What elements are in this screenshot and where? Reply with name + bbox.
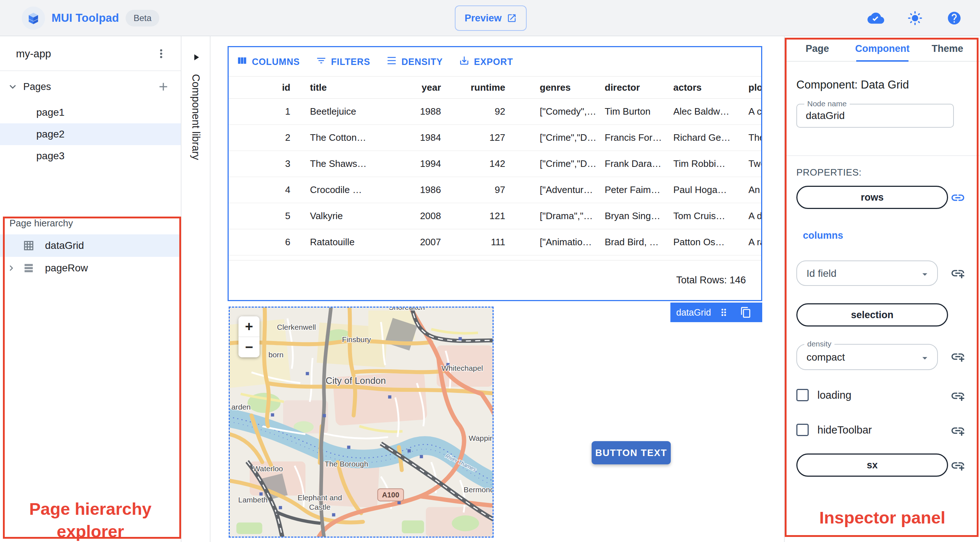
external-link-icon [507, 13, 517, 23]
hide-toolbar-label: hideToolbar [818, 424, 872, 436]
id-field-select[interactable]: Id field [796, 261, 938, 286]
sidebar-item-page1[interactable]: page1 [0, 102, 181, 123]
preview-button[interactable]: Preview [455, 5, 527, 31]
table-row[interactable]: 5Valkyrie2008121["Drama","…Bryan Sing…To… [229, 203, 761, 229]
map-label: Finsbury [342, 335, 371, 343]
expand-right-icon[interactable] [191, 52, 201, 62]
id-field-add-binding-icon[interactable] [950, 265, 966, 281]
page-canvas[interactable]: COLUMNSFILTERSDENSITYEXPORT idtitleyearr… [210, 36, 784, 542]
sx-property-button[interactable]: sx [796, 453, 948, 477]
page-hierarchy-list: dataGridpageRow [0, 234, 181, 279]
column-header-director[interactable]: director [605, 82, 673, 93]
tab-component[interactable]: Component [850, 36, 915, 61]
table-cell: Paul Hoga… [673, 184, 748, 196]
toolpad-logo-icon [22, 6, 45, 30]
chevron-right-icon[interactable] [6, 262, 22, 275]
add-page-icon[interactable] [157, 80, 170, 93]
table-row[interactable]: 1Beetlejuice198892["Comedy",…Tim BurtonA… [229, 99, 761, 125]
loading-checkbox[interactable] [796, 389, 809, 401]
hide-toolbar-checkbox-row[interactable]: hideToolbar [796, 424, 872, 436]
node-name-field[interactable]: Node name dataGrid [796, 104, 954, 128]
component-library-rail[interactable]: Component library [181, 36, 210, 542]
hierarchy-item-pageRow[interactable]: pageRow [0, 257, 181, 279]
cloud-sync-icon[interactable] [867, 10, 884, 27]
node-name-label: Node name [804, 99, 850, 108]
table-cell: ["Crime","D… [505, 158, 605, 169]
tab-page[interactable]: Page [785, 36, 850, 61]
table-cell: 1986 [419, 184, 441, 196]
road-badge: A100 [378, 489, 404, 501]
pages-list: page1page2page3 [0, 102, 181, 167]
loading-checkbox-row[interactable]: loading [796, 389, 851, 401]
table-cell: Richard Ge… [673, 132, 748, 143]
table-row[interactable]: 3The Shaws…1994142["Crime","D…Frank Dara… [229, 151, 761, 177]
column-header-genres[interactable]: genres [505, 82, 605, 93]
hide-toolbar-checkbox[interactable] [796, 424, 809, 436]
table-cell: Ratatouille [294, 237, 419, 248]
table-cell: Bryan Sing… [605, 210, 673, 222]
map-component[interactable]: A100 ShoreditchClerkenwellFinsburybornWh… [229, 307, 494, 538]
toolbar-export-button[interactable]: EXPORT [459, 55, 513, 68]
density-select[interactable]: density compact [796, 344, 938, 370]
sidebar-item-page3[interactable]: page3 [0, 145, 181, 167]
grid-icon [22, 240, 35, 252]
column-header-runtime[interactable]: runtime [441, 82, 505, 93]
table-cell: 1988 [419, 106, 441, 117]
map-label: arden [231, 403, 250, 411]
hierarchy-item-label: dataGrid [45, 240, 84, 251]
selection-property-button[interactable]: selection [796, 303, 948, 326]
theme-light-mode-icon[interactable] [907, 10, 923, 27]
table-cell: 1984 [419, 132, 441, 143]
map-zoom-control: + − [239, 316, 259, 358]
table-cell: A co [748, 106, 761, 117]
sidebar-item-page2[interactable]: page2 [0, 123, 181, 145]
column-header-id[interactable]: id [229, 82, 294, 93]
rows-icon [22, 262, 35, 274]
rows-binding-link-icon[interactable] [950, 190, 966, 206]
inspector-tabs: PageComponentTheme [785, 36, 980, 62]
density-add-binding-icon[interactable] [950, 349, 966, 365]
column-header-title[interactable]: title [294, 82, 419, 93]
density-value: compact [807, 351, 845, 363]
toolbar-filters-button[interactable]: FILTERS [316, 55, 370, 68]
drag-handle-icon[interactable] [718, 307, 729, 318]
canvas-button-component[interactable]: BUTTON TEXT [592, 441, 671, 464]
help-icon[interactable] [946, 10, 963, 27]
map-zoom-in-button[interactable]: + [239, 316, 259, 337]
column-header-year[interactable]: year [419, 82, 441, 93]
table-row[interactable]: 6Ratatouille2007111["Animatio…Brad Bird,… [229, 229, 761, 255]
hierarchy-item-dataGrid[interactable]: dataGrid [0, 234, 181, 257]
datagrid-component[interactable]: COLUMNSFILTERSDENSITYEXPORT idtitleyearr… [228, 46, 762, 301]
loading-add-binding-icon[interactable] [950, 388, 966, 404]
datagrid-scroll-gap [229, 255, 761, 261]
table-row[interactable]: 4Crocodile …198697["Adventur…Peter Faim…… [229, 177, 761, 203]
rows-property-button[interactable]: rows [796, 186, 948, 209]
map-label: City of London [326, 375, 386, 386]
duplicate-icon[interactable] [740, 307, 752, 318]
sx-add-binding-icon[interactable] [950, 458, 966, 474]
hide-toolbar-add-binding-icon[interactable] [950, 423, 966, 439]
selection-tag[interactable]: dataGrid [670, 302, 762, 322]
hierarchy-item-label: pageRow [45, 262, 88, 274]
table-row[interactable]: 2The Cotton…1984127["Crime","D…Francis F… [229, 125, 761, 151]
toolbar-density-button[interactable]: DENSITY [386, 55, 443, 68]
toolbar-columns-button[interactable]: COLUMNS [237, 55, 300, 68]
tab-theme[interactable]: Theme [915, 36, 980, 61]
map-label: Lambeth [238, 496, 267, 504]
node-name-value: dataGrid [806, 110, 845, 122]
inspector-annotation-text: Inspector panel [785, 507, 980, 529]
inspector-panel: PageComponentTheme Component: Data Grid … [784, 36, 980, 542]
map-label: Shoreditch [389, 308, 425, 311]
delete-icon[interactable] [761, 307, 773, 318]
chevron-down-icon[interactable] [6, 81, 19, 93]
column-header-plot[interactable]: plot [748, 82, 761, 93]
columns-property-link[interactable]: columns [803, 230, 843, 241]
map-zoom-out-button[interactable]: − [239, 337, 259, 358]
app-menu-kebab-icon[interactable] [154, 46, 169, 61]
pages-section-header[interactable]: Pages [0, 75, 181, 98]
beta-badge: Beta [126, 10, 159, 27]
map-label: Whitechapel [441, 364, 483, 372]
column-header-actors[interactable]: actors [673, 82, 748, 93]
dropdown-caret-icon [919, 269, 931, 280]
table-cell: The Shaws… [294, 158, 419, 169]
